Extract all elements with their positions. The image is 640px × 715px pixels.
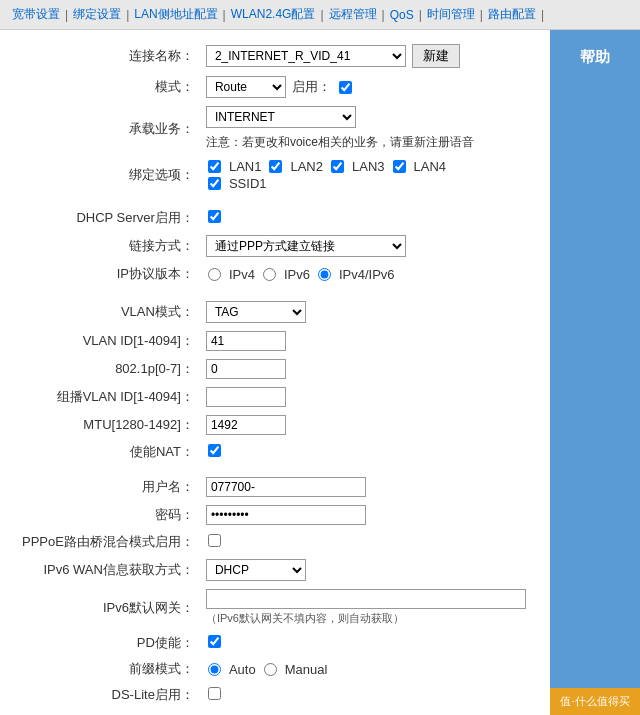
sidebar: 帮助 值·什么值得买 xyxy=(550,30,640,715)
help-button[interactable]: 帮助 xyxy=(564,38,626,77)
dot1p-label: 802.1p[0-7]： xyxy=(16,355,200,383)
ssid1-checkbox[interactable] xyxy=(208,177,221,190)
ipv4ipv6-radio[interactable] xyxy=(318,268,331,281)
nav-lan[interactable]: LAN侧地址配置 xyxy=(130,4,221,25)
nav-wlan[interactable]: WLAN2.4G配置 xyxy=(227,4,320,25)
lan2-label: LAN2 xyxy=(290,159,323,174)
connection-name-label: 连接名称： xyxy=(16,40,200,72)
prefix-auto-label: Auto xyxy=(229,662,256,677)
ipv6-wan-label: IPv6 WAN信息获取方式： xyxy=(16,555,200,585)
lan1-label: LAN1 xyxy=(229,159,262,174)
lan4-label: LAN4 xyxy=(414,159,447,174)
vlan-mode-select[interactable]: TAG xyxy=(206,301,306,323)
lan4-checkbox[interactable] xyxy=(393,160,406,173)
nav-bind[interactable]: 绑定设置 xyxy=(69,4,125,25)
new-button[interactable]: 新建 xyxy=(412,44,460,68)
content-area: 连接名称： 2_INTERNET_R_VID_41 新建 模式： Route xyxy=(0,30,550,715)
ipv4-radio[interactable] xyxy=(208,268,221,281)
mode-select[interactable]: Route xyxy=(206,76,286,98)
password-input[interactable] xyxy=(206,505,366,525)
ipv6-gateway-hint: （IPv6默认网关不填内容，则自动获取） xyxy=(206,611,528,626)
prefix-auto-radio[interactable] xyxy=(208,663,221,676)
pd-label: PD使能： xyxy=(16,630,200,656)
lan1-checkbox[interactable] xyxy=(208,160,221,173)
ipv6-wan-select[interactable]: DHCP xyxy=(206,559,306,581)
group-vlan-label: 组播VLAN ID[1-4094]： xyxy=(16,383,200,411)
nav-route[interactable]: 路由配置 xyxy=(484,4,540,25)
mtu-label: MTU[1280-1492]： xyxy=(16,411,200,439)
bind-label: 绑定选项： xyxy=(16,155,200,195)
ipv6-label: IPv6 xyxy=(284,267,310,282)
ssid1-label: SSID1 xyxy=(229,176,267,191)
service-label: 承载业务： xyxy=(16,102,200,155)
nav-qos[interactable]: QoS xyxy=(386,6,418,24)
lan2-checkbox[interactable] xyxy=(269,160,282,173)
nat-label: 使能NAT： xyxy=(16,439,200,465)
mtu-input[interactable] xyxy=(206,415,286,435)
ipv6-gateway-input[interactable] xyxy=(206,589,526,609)
top-navigation: 宽带设置 | 绑定设置 | LAN侧地址配置 | WLAN2.4G配置 | 远程… xyxy=(0,0,640,30)
mode-label: 模式： xyxy=(16,72,200,102)
pppoe-bridge-label: PPPoE路由桥混合模式启用： xyxy=(16,529,200,555)
lan3-label: LAN3 xyxy=(352,159,385,174)
vlan-id-label: VLAN ID[1-4094]： xyxy=(16,327,200,355)
pd-checkbox[interactable] xyxy=(208,635,221,648)
link-method-select[interactable]: 通过PPP方式建立链接 xyxy=(206,235,406,257)
dhcp-server-label: DHCP Server启用： xyxy=(16,205,200,231)
dot1p-input[interactable] xyxy=(206,359,286,379)
username-label: 用户名： xyxy=(16,473,200,501)
group-vlan-input[interactable] xyxy=(206,387,286,407)
password-label: 密码： xyxy=(16,501,200,529)
ipv6-gateway-label: IPv6默认网关： xyxy=(16,585,200,630)
connection-name-select[interactable]: 2_INTERNET_R_VID_41 xyxy=(206,45,406,67)
ip-version-label: IP协议版本： xyxy=(16,261,200,287)
nav-remote[interactable]: 远程管理 xyxy=(325,4,381,25)
ipv4ipv6-label: IPv4/IPv6 xyxy=(339,267,395,282)
sidebar-bottom-brand: 值·什么值得买 xyxy=(550,688,640,715)
enable-label: 启用： xyxy=(292,78,331,96)
prefix-manual-radio[interactable] xyxy=(264,663,277,676)
ds-lite-label: DS-Lite启用： xyxy=(16,682,200,708)
note-text: 注意：若更改和voice相关的业务，请重新注册语音 xyxy=(206,134,474,151)
nat-checkbox[interactable] xyxy=(208,444,221,457)
ipv4-label: IPv4 xyxy=(229,267,255,282)
nav-time[interactable]: 时间管理 xyxy=(423,4,479,25)
enable-checkbox[interactable] xyxy=(339,81,352,94)
link-method-label: 链接方式： xyxy=(16,231,200,261)
dhcp-server-checkbox[interactable] xyxy=(208,210,221,223)
username-input[interactable] xyxy=(206,477,366,497)
lan3-checkbox[interactable] xyxy=(331,160,344,173)
prefix-mode-label: 前缀模式： xyxy=(16,656,200,682)
service-select[interactable]: INTERNET xyxy=(206,106,356,128)
vlan-id-input[interactable] xyxy=(206,331,286,351)
ipv6-radio[interactable] xyxy=(263,268,276,281)
pppoe-bridge-checkbox[interactable] xyxy=(208,534,221,547)
vlan-mode-label: VLAN模式： xyxy=(16,297,200,327)
ds-lite-checkbox[interactable] xyxy=(208,687,221,700)
nav-broadband[interactable]: 宽带设置 xyxy=(8,4,64,25)
prefix-manual-label: Manual xyxy=(285,662,328,677)
